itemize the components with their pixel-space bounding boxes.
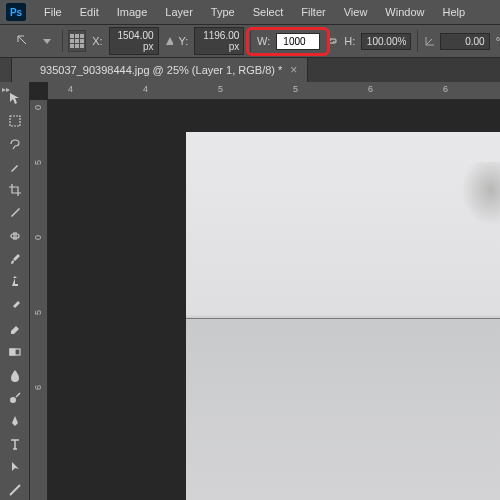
canvas-area[interactable] [48, 100, 500, 500]
workspace: 4 4 5 5 6 6 0 5 0 5 6 [30, 82, 500, 500]
ruler-tick: 5 [33, 160, 43, 165]
svg-rect-0 [10, 116, 20, 126]
healing-brush-tool[interactable] [3, 227, 27, 246]
magic-wand-tool[interactable] [3, 157, 27, 176]
w-input[interactable]: 1000 [276, 33, 320, 50]
svg-point-4 [10, 397, 16, 403]
ruler-tick: 5 [33, 310, 43, 315]
ruler-tick: 6 [33, 385, 43, 390]
menu-edit[interactable]: Edit [72, 2, 107, 22]
document-tab-title: 935037_90398444.jpg @ 25% (Layer 1, RGB/… [40, 64, 282, 76]
h-label: H: [344, 35, 355, 47]
w-label: W: [257, 35, 270, 47]
options-bar: X: 1504.00 px Y: 1196.00 px W: 1000 H: 1… [0, 24, 500, 58]
reference-point-grid[interactable] [68, 30, 86, 52]
path-selection-tool[interactable] [3, 458, 27, 477]
menu-filter[interactable]: Filter [293, 2, 333, 22]
x-label: X: [92, 35, 102, 47]
svg-rect-3 [10, 349, 15, 355]
line-tool[interactable] [3, 481, 27, 500]
y-value[interactable]: 1196.00 px [194, 27, 244, 55]
menu-window[interactable]: Window [377, 2, 432, 22]
expand-toolbar-icon[interactable]: ▸▸ [2, 85, 10, 94]
eraser-tool[interactable] [3, 319, 27, 338]
ruler-tick: 5 [218, 84, 223, 94]
image-content[interactable] [186, 132, 500, 500]
angle-icon [424, 35, 433, 47]
link-icon[interactable] [326, 34, 338, 48]
menu-image[interactable]: Image [109, 2, 156, 22]
ruler-tick: 5 [293, 84, 298, 94]
menu-view[interactable]: View [336, 2, 376, 22]
app-logo[interactable]: Ps [6, 3, 26, 21]
eyedropper-tool[interactable] [3, 204, 27, 223]
pen-tool[interactable] [3, 412, 27, 431]
ruler-tick: 4 [143, 84, 148, 94]
ruler-tick: 6 [368, 84, 373, 94]
marquee-tool[interactable] [3, 111, 27, 130]
svg-rect-1 [11, 234, 19, 238]
menu-file[interactable]: File [36, 2, 70, 22]
horizontal-ruler[interactable]: 4 4 5 5 6 6 [48, 82, 500, 100]
h-value[interactable]: 100.00% [361, 33, 411, 50]
ruler-tick: 0 [33, 235, 43, 240]
history-brush-tool[interactable] [3, 296, 27, 315]
crop-tool[interactable] [3, 180, 27, 199]
degree-label: ° [496, 35, 500, 47]
menu-bar: Ps File Edit Image Layer Type Select Fil… [0, 0, 500, 24]
dropdown-icon[interactable] [38, 30, 56, 52]
document-tab-row: 935037_90398444.jpg @ 25% (Layer 1, RGB/… [30, 58, 500, 82]
ruler-tick: 6 [443, 84, 448, 94]
brush-tool[interactable] [3, 250, 27, 269]
lasso-tool[interactable] [3, 134, 27, 153]
x-value[interactable]: 1504.00 px [109, 27, 159, 55]
menu-select[interactable]: Select [245, 2, 292, 22]
tool-preset-picker[interactable] [14, 30, 32, 52]
close-icon[interactable]: × [290, 63, 297, 77]
menu-layer[interactable]: Layer [157, 2, 201, 22]
tools-panel [0, 82, 30, 500]
dodge-tool[interactable] [3, 388, 27, 407]
menu-type[interactable]: Type [203, 2, 243, 22]
document-tab[interactable]: 935037_90398444.jpg @ 25% (Layer 1, RGB/… [30, 58, 308, 82]
ruler-tick: 0 [33, 105, 43, 110]
type-tool[interactable] [3, 435, 27, 454]
vertical-ruler[interactable]: 0 5 0 5 6 [30, 100, 48, 500]
collapsed-panel-strip[interactable] [0, 58, 12, 82]
clone-stamp-tool[interactable] [3, 273, 27, 292]
menu-help[interactable]: Help [434, 2, 473, 22]
ruler-tick: 4 [68, 84, 73, 94]
delta-icon [165, 36, 173, 46]
angle-value[interactable]: 0.00 [440, 33, 490, 50]
gradient-tool[interactable] [3, 342, 27, 361]
blur-tool[interactable] [3, 365, 27, 384]
y-label: Y: [179, 35, 189, 47]
